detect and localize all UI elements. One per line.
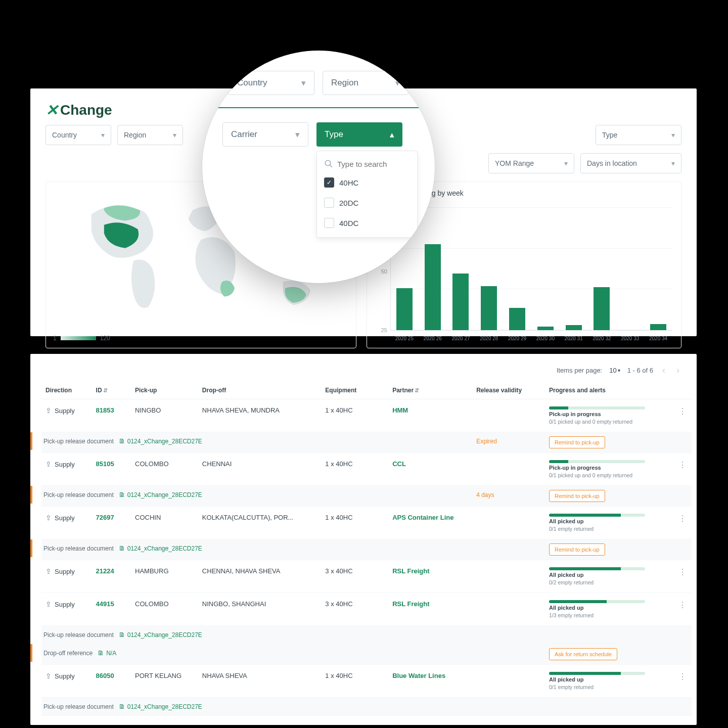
- row-menu-icon[interactable]: ⋮: [674, 399, 692, 432]
- supply-icon: ⇪: [46, 460, 52, 468]
- progress-bar: [549, 672, 645, 675]
- row-menu-icon[interactable]: ⋮: [674, 453, 692, 486]
- bar: [594, 287, 610, 330]
- bar-col: 2020 28: [477, 207, 500, 330]
- partner-link[interactable]: HMM: [392, 406, 408, 414]
- dropoff-cell: CHENNAI, NHAVA SHEVA: [198, 560, 321, 593]
- col-progress[interactable]: Progress and alerts: [545, 382, 674, 399]
- accent-bar: [30, 539, 32, 557]
- type-search-row: [317, 155, 417, 172]
- direction-cell: ⇪Supply: [46, 514, 88, 522]
- direction-cell: ⇪Supply: [46, 460, 88, 468]
- subrow-document-link[interactable]: 🗎0124_xChange_28ECD27E: [119, 544, 202, 552]
- pickup-cell: PORT KELANG: [131, 665, 198, 698]
- col-pickup[interactable]: Pick-up: [131, 382, 198, 399]
- row-menu-icon[interactable]: ⋮: [674, 507, 692, 539]
- bar: [650, 324, 666, 330]
- action-button[interactable]: Remind to pick-up: [549, 490, 605, 502]
- type-search-input[interactable]: [337, 160, 433, 168]
- col-dropoff[interactable]: Drop-off: [198, 382, 321, 399]
- type-option-label: 40HC: [339, 178, 358, 187]
- document-icon: 🗎: [119, 631, 125, 639]
- row-id-link[interactable]: 44915: [96, 600, 114, 608]
- subrow-label: Pick-up release document: [43, 491, 114, 498]
- action-button[interactable]: Ask for return schedule: [549, 648, 617, 660]
- filter-days-in-location[interactable]: Days in location▾: [580, 153, 681, 173]
- mag-filter-type[interactable]: Type▴: [316, 122, 402, 147]
- dropoff-cell: KOLKATA(CALCUTTA), POR...: [198, 507, 321, 539]
- items-per-page-select[interactable]: 10▾: [609, 367, 620, 374]
- bar-label: 2020 33: [621, 336, 639, 341]
- mag-filter-country[interactable]: Country▾: [229, 71, 314, 95]
- bar: [537, 327, 554, 330]
- bar-label: 2020 32: [593, 336, 611, 341]
- chevron-down-icon: ▾: [395, 78, 400, 88]
- items-per-page-label: Items per page:: [557, 367, 602, 374]
- supply-icon: ⇪: [46, 600, 52, 608]
- action-button[interactable]: Remind to pick-up: [549, 436, 605, 448]
- partner-link[interactable]: CCL: [392, 460, 406, 468]
- bar: [396, 288, 413, 330]
- partner-link[interactable]: RSL Freight: [392, 600, 429, 608]
- partner-link[interactable]: APS Container Line: [392, 514, 453, 521]
- col-direction[interactable]: Direction: [41, 382, 92, 399]
- row-menu-icon[interactable]: ⋮: [674, 665, 692, 698]
- bar-label: 2020 31: [565, 336, 583, 341]
- document-icon: 🗎: [119, 544, 125, 552]
- row-menu-icon[interactable]: ⋮: [674, 593, 692, 626]
- type-option-label: 20DC: [339, 199, 358, 207]
- page-prev-icon[interactable]: ‹: [660, 365, 667, 376]
- bar: [425, 244, 441, 330]
- dropoff-cell: CHENNAI: [198, 453, 321, 486]
- partner-link[interactable]: RSL Freight: [392, 567, 429, 575]
- equipment-cell: 1 x 40HC: [321, 507, 388, 539]
- page-next-icon[interactable]: ›: [674, 365, 681, 376]
- table-header-row: Direction ID⇵ Pick-up Drop-off Equipment…: [41, 382, 692, 399]
- row-id-link[interactable]: 21224: [96, 567, 114, 575]
- partner-link[interactable]: Blue Water Lines: [392, 672, 445, 679]
- type-option[interactable]: ✓40HC: [317, 172, 417, 193]
- search-icon: [324, 159, 333, 168]
- chart-bars: 2020 252020 262020 272020 282020 292020 …: [390, 207, 672, 331]
- bar-label: 2020 28: [480, 336, 498, 341]
- progress-sub: 0/2 empty returned: [549, 579, 645, 585]
- legend-gradient-icon: [61, 336, 96, 340]
- col-partner[interactable]: Partner⇵: [388, 382, 472, 399]
- svg-point-1: [325, 160, 331, 166]
- filter-type[interactable]: Type▾: [596, 125, 681, 145]
- progress-title: Pick-up in progress: [549, 465, 645, 471]
- mag-filter-region[interactable]: Region▾: [323, 71, 408, 95]
- action-button[interactable]: Remind to pick-up: [549, 543, 605, 556]
- subrow-document-link[interactable]: 🗎N/A: [98, 649, 116, 657]
- checkbox-icon: [324, 198, 334, 208]
- filter-region[interactable]: Region▾: [117, 125, 183, 145]
- mag-filter-carrier[interactable]: Carrier▾: [222, 122, 308, 147]
- subrow-document-link[interactable]: 🗎0124_xChange_28ECD27E: [119, 491, 202, 498]
- subrow-document-link[interactable]: 🗎0124_xChange_28ECD27E: [119, 631, 202, 639]
- svg-line-2: [330, 165, 332, 167]
- table-subrow: Pick-up release document🗎0124_xChange_28…: [41, 698, 692, 716]
- subrow-document-link[interactable]: 🗎0124_xChange_28ECD27E: [119, 437, 202, 445]
- col-release[interactable]: Release validity: [472, 382, 545, 399]
- chevron-down-icon: ▾: [295, 129, 300, 140]
- releases-table: Direction ID⇵ Pick-up Drop-off Equipment…: [41, 382, 692, 716]
- sort-icon: ⇵: [415, 387, 419, 393]
- checkbox-icon: [324, 218, 334, 228]
- row-id-link[interactable]: 81853: [96, 406, 114, 414]
- row-id-link[interactable]: 86050: [96, 672, 114, 679]
- progress-sub: 0/1 empty returned: [549, 526, 645, 532]
- col-equipment[interactable]: Equipment: [321, 382, 388, 399]
- row-menu-icon[interactable]: ⋮: [674, 560, 692, 593]
- sort-icon: ⇵: [103, 387, 108, 393]
- chevron-up-icon: ▴: [390, 129, 394, 140]
- row-id-link[interactable]: 85105: [96, 460, 114, 468]
- table-row: ⇪Supply72697COCHINKOLKATA(CALCUTTA), POR…: [41, 507, 692, 539]
- chevron-down-icon: ▾: [671, 159, 675, 167]
- accent-bar: [30, 486, 32, 504]
- filter-yom-range[interactable]: YOM Range▾: [488, 153, 574, 173]
- chevron-down-icon: ▾: [173, 131, 176, 139]
- filter-country[interactable]: Country▾: [46, 125, 111, 145]
- col-id[interactable]: ID⇵: [92, 382, 131, 399]
- row-id-link[interactable]: 72697: [96, 514, 114, 521]
- subrow-document-link[interactable]: 🗎0124_xChange_28ECD27E: [119, 703, 202, 710]
